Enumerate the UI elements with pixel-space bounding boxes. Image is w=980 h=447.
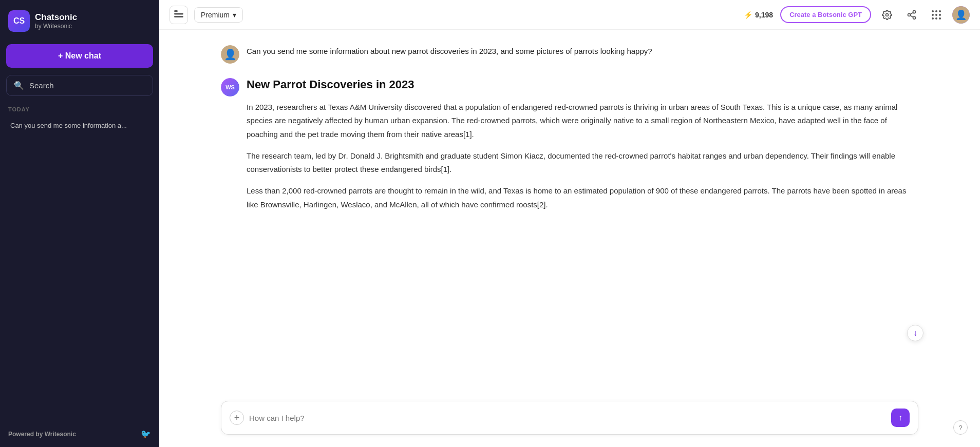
user-message-content: Can you send me some information about n… <box>247 45 918 57</box>
send-button[interactable]: ↑ <box>891 409 910 427</box>
input-box: + ↑ <box>221 401 918 435</box>
ai-avatar-small: WS <box>221 78 239 96</box>
search-icon: 🔍 <box>14 81 24 90</box>
tier-dropdown[interactable]: Premium ▾ <box>194 7 243 23</box>
tier-label: Premium <box>201 11 230 19</box>
sidebar: CS Chatsonic by Writesonic + New chat 🔍 … <box>0 0 159 447</box>
svg-rect-2 <box>174 16 183 17</box>
user-avatar-small: 👤 <box>221 45 239 64</box>
svg-point-5 <box>908 13 911 16</box>
powered-by: Powered by Writesonic <box>8 431 76 438</box>
header-right: ⚡ 9,198 Create a Botsonic GPT <box>744 6 970 24</box>
grid-icon <box>932 10 941 20</box>
input-area: + ↑ <box>159 393 980 447</box>
ai-avatar-icon: WS <box>221 78 239 96</box>
question-mark-icon: ? <box>958 424 962 432</box>
chevron-down-icon: ▾ <box>233 11 236 19</box>
chat-input[interactable] <box>249 414 891 422</box>
user-message-text: Can you send me some information about n… <box>247 45 918 57</box>
ai-paragraph-2: Less than 2,000 red-crowned parrots are … <box>247 184 918 211</box>
lightning-icon: ⚡ <box>744 11 752 19</box>
ai-message-content: New Parrot Discoveries in 2023 In 2023, … <box>247 78 918 220</box>
twitter-icon[interactable]: 🐦 <box>141 429 151 439</box>
chat-area: 👤 Can you send me some information about… <box>159 30 980 393</box>
search-bar[interactable]: 🔍 Search <box>6 75 153 96</box>
send-icon: ↑ <box>898 413 902 422</box>
sidebar-toggle-button[interactable] <box>169 6 188 24</box>
history-item-0[interactable]: Can you send me some information a... <box>6 116 153 134</box>
ai-paragraph-0: In 2023, researchers at Texas A&M Univer… <box>247 101 918 141</box>
search-label: Search <box>29 81 54 90</box>
user-message-row: 👤 Can you send me some information about… <box>221 45 918 64</box>
svg-rect-1 <box>174 13 183 14</box>
toggle-icon <box>174 10 183 20</box>
ai-message-row: WS New Parrot Discoveries in 2023 In 202… <box>221 78 918 220</box>
svg-point-4 <box>913 10 916 13</box>
scroll-down-button[interactable]: ↓ <box>907 325 924 341</box>
credits-display: ⚡ 9,198 <box>744 11 773 19</box>
sidebar-footer: Powered by Writesonic 🐦 <box>6 425 153 439</box>
svg-point-6 <box>913 16 916 19</box>
settings-button[interactable] <box>878 6 896 24</box>
app-subtitle: by Writesonic <box>35 23 77 30</box>
header: Premium ▾ ⚡ 9,198 Create a Botsonic GPT <box>159 0 980 30</box>
share-button[interactable] <box>903 6 920 24</box>
logo-text: Chatsonic by Writesonic <box>35 12 77 30</box>
add-attachment-button[interactable]: + <box>230 411 244 425</box>
avatar-image: 👤 <box>952 6 970 24</box>
ai-paragraph-1: The research team, led by Dr. Donald J. … <box>247 149 918 177</box>
help-button[interactable]: ? <box>953 420 968 435</box>
today-section-label: TODAY <box>6 106 153 112</box>
user-avatar[interactable]: 👤 <box>952 6 970 24</box>
user-avatar-icon: 👤 <box>221 45 239 64</box>
new-chat-button[interactable]: + New chat <box>6 44 153 68</box>
app-title: Chatsonic <box>35 12 77 23</box>
ai-response-title: New Parrot Discoveries in 2023 <box>247 78 918 91</box>
logo-icon: CS <box>8 10 30 32</box>
svg-point-3 <box>886 13 889 16</box>
main-panel: Premium ▾ ⚡ 9,198 Create a Botsonic GPT <box>159 0 980 447</box>
svg-line-8 <box>910 12 913 14</box>
grid-menu-button[interactable] <box>928 6 945 24</box>
svg-line-7 <box>910 15 913 17</box>
svg-rect-0 <box>174 10 178 12</box>
credits-count: 9,198 <box>755 11 773 19</box>
ai-response-body: In 2023, researchers at Texas A&M Univer… <box>247 101 918 211</box>
create-botsonic-button[interactable]: Create a Botsonic GPT <box>780 6 871 23</box>
logo-area: CS Chatsonic by Writesonic <box>6 8 153 34</box>
